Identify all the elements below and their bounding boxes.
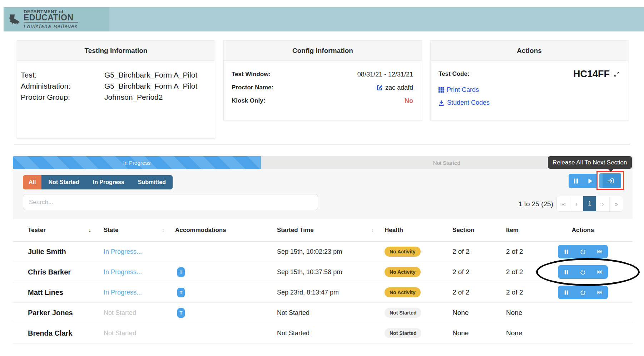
pagination-page-1-button[interactable]: 1 bbox=[583, 196, 596, 211]
column-header-started-time[interactable]: Started Time ↕ bbox=[277, 227, 385, 234]
logo-line2: EDUCATION bbox=[24, 14, 74, 21]
table-row: Matt Lines In Progress... T Sep 23rd, 8:… bbox=[13, 282, 633, 303]
state-link[interactable]: In Progress... bbox=[104, 289, 142, 296]
pause-tester-button[interactable] bbox=[558, 245, 575, 258]
accommodation-t-badge: T bbox=[177, 308, 185, 318]
proctor-group-row: Proctor Group: Johnson_Period2 bbox=[21, 92, 210, 103]
skip-to-end-button[interactable] bbox=[591, 265, 608, 279]
test-window-label: Test Window: bbox=[232, 71, 271, 78]
power-icon bbox=[580, 249, 586, 254]
top-header-bar: DEPARTMENT of EDUCATION Louisiana Believ… bbox=[4, 7, 644, 31]
section-progress: 2 of 2 bbox=[452, 288, 506, 296]
column-header-state[interactable]: State ↕ bbox=[104, 227, 175, 234]
test-row: Test: G5_Birchbark_Form A_Pilot bbox=[21, 69, 210, 80]
search-input[interactable] bbox=[23, 194, 318, 210]
row-action-group bbox=[558, 245, 608, 258]
pagination-prev-button[interactable]: ‹ bbox=[570, 196, 583, 211]
section-progress: 2 of 2 bbox=[452, 248, 506, 256]
filter-all-button[interactable]: All bbox=[23, 175, 41, 189]
started-time: Sep 15th, 10:02:23 pm bbox=[277, 248, 385, 256]
table-row: Chris Barker In Progress... T Sep 15th, … bbox=[13, 262, 633, 282]
pause-icon bbox=[564, 290, 568, 295]
column-header-item[interactable]: Item bbox=[506, 227, 556, 234]
column-header-tester[interactable]: Tester ↓ bbox=[28, 227, 104, 234]
health-badge: No Activity bbox=[385, 247, 421, 257]
pause-tester-button[interactable] bbox=[558, 286, 575, 299]
section-divider bbox=[14, 144, 630, 145]
pagination-last-button[interactable]: » bbox=[610, 196, 623, 211]
config-information-title: Config Information bbox=[224, 41, 422, 61]
filter-in-progress-button[interactable]: In Progress bbox=[86, 175, 131, 189]
testing-information-title: Testing Information bbox=[17, 41, 215, 61]
print-cards-link[interactable]: Print Cards bbox=[439, 86, 479, 94]
pagination-first-button[interactable]: « bbox=[557, 196, 570, 211]
proctor-group-value: Johnson_Period2 bbox=[104, 92, 163, 103]
skip-to-end-button[interactable] bbox=[591, 286, 608, 299]
column-header-health[interactable]: Health bbox=[385, 227, 452, 234]
started-time: Sep 23rd, 8:13:47 pm bbox=[277, 289, 385, 296]
state-link[interactable]: In Progress... bbox=[104, 268, 142, 276]
row-action-group bbox=[558, 286, 608, 299]
skip-to-end-button[interactable] bbox=[591, 245, 608, 258]
table-header-row: Tester ↓ State ↕ Accommodations Started … bbox=[13, 219, 633, 242]
pause-all-button[interactable] bbox=[569, 174, 583, 188]
release-tooltip-caret bbox=[608, 168, 614, 172]
power-off-tester-button[interactable] bbox=[575, 245, 591, 258]
tester-name: Julie Smith bbox=[28, 248, 104, 256]
pagination-next-button[interactable]: › bbox=[596, 196, 610, 211]
health-badge: No Activity bbox=[385, 267, 421, 277]
testing-information-card: Testing Information Test: G5_Birchbark_F… bbox=[17, 40, 215, 139]
proctor-name-value: zac adafd bbox=[385, 84, 413, 92]
administration-value: G5_Birchbark_Form A_Pilot bbox=[104, 80, 197, 92]
release-all-button[interactable] bbox=[599, 173, 621, 188]
item-progress: 2 of 2 bbox=[506, 268, 556, 276]
tester-name: Parker Jones bbox=[28, 309, 104, 317]
doe-logo: DEPARTMENT of EDUCATION Louisiana Believ… bbox=[4, 7, 109, 31]
download-icon bbox=[439, 100, 444, 106]
student-codes-link[interactable]: Student Codes bbox=[439, 99, 490, 107]
kiosk-only-value: No bbox=[405, 97, 413, 105]
section-progress: None bbox=[452, 309, 506, 317]
logo-tagline: Louisiana Believes bbox=[24, 23, 78, 29]
state-link[interactable]: In Progress... bbox=[104, 248, 142, 255]
test-value: G5_Birchbark_Form A_Pilot bbox=[104, 69, 197, 80]
sort-toggle-icon[interactable]: ↕ bbox=[162, 227, 164, 233]
health-badge: No Activity bbox=[385, 287, 421, 297]
sort-toggle-icon[interactable]: ↕ bbox=[371, 227, 374, 233]
proctor-dashboard: DEPARTMENT of EDUCATION Louisiana Believ… bbox=[0, 0, 644, 356]
state-text: Not Started bbox=[104, 309, 136, 316]
progress-in-progress-label: In Progress bbox=[123, 160, 150, 166]
pause-icon bbox=[574, 178, 578, 184]
grid-icon bbox=[439, 87, 444, 93]
session-progress-bar: In Progress Not Started bbox=[13, 156, 633, 169]
resume-all-button[interactable] bbox=[583, 174, 598, 188]
started-time: Sep 15th, 10:37:58 pm bbox=[277, 268, 385, 276]
column-header-accommodations[interactable]: Accommodations bbox=[175, 227, 277, 234]
state-filter-group: All Not Started In Progress Submitted bbox=[23, 175, 173, 189]
tester-table-body: Julie Smith In Progress... Sep 15th, 10:… bbox=[13, 242, 633, 343]
pause-tester-button[interactable] bbox=[558, 265, 575, 279]
power-off-tester-button[interactable] bbox=[575, 286, 591, 299]
actions-card: Actions Test Code: HC14FF Print Cards bbox=[430, 40, 628, 121]
accommodations-cell: T bbox=[175, 288, 277, 297]
filter-not-started-button[interactable]: Not Started bbox=[41, 175, 86, 189]
column-header-section[interactable]: Section bbox=[452, 227, 506, 234]
tester-name: Matt Lines bbox=[28, 288, 104, 297]
item-progress: 2 of 2 bbox=[506, 248, 556, 256]
config-information-card: Config Information Test Window: 08/31/21… bbox=[223, 40, 422, 121]
sort-descending-icon[interactable]: ↓ bbox=[88, 227, 91, 233]
pagination-group: « ‹ 1 › » bbox=[556, 196, 623, 212]
column-header-actions: Actions bbox=[556, 227, 610, 234]
power-off-tester-button[interactable] bbox=[575, 265, 591, 279]
tester-name: Brenda Clark bbox=[28, 329, 104, 337]
accommodation-t-badge: T bbox=[177, 267, 185, 277]
administration-row: Administration: G5_Birchbark_Form A_Pilo… bbox=[21, 80, 210, 92]
session-control-group bbox=[569, 174, 598, 188]
item-progress: None bbox=[506, 329, 556, 337]
proctor-name-label: Proctor Name: bbox=[232, 84, 273, 91]
filter-submitted-button[interactable]: Submitted bbox=[131, 175, 173, 189]
expand-test-code-icon[interactable] bbox=[614, 71, 619, 77]
edit-proctor-icon[interactable] bbox=[377, 85, 383, 91]
proctor-group-label: Proctor Group: bbox=[21, 92, 104, 103]
test-window-value: 08/31/21 - 12/31/21 bbox=[357, 71, 413, 78]
